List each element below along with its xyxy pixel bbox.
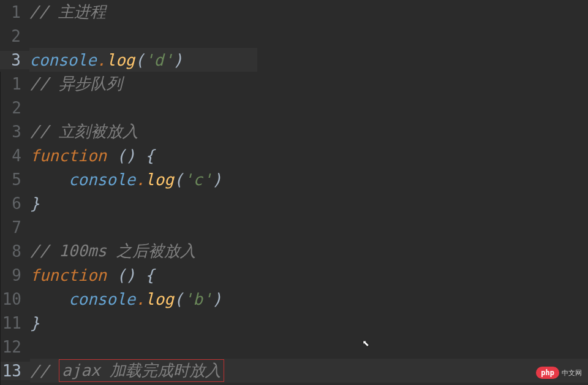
token: . [135, 290, 145, 308]
code-line[interactable]: 11} [1, 311, 588, 335]
code-content[interactable] [30, 96, 588, 120]
line-number: 2 [0, 27, 29, 45]
code-line[interactable]: 13// ajax 加载完成时放入 [1, 359, 588, 383]
line-number: 4 [1, 147, 30, 165]
code-line[interactable]: 6} [1, 191, 588, 215]
token: // 立刻被放入 [30, 121, 138, 142]
code-content[interactable]: console.log('d') [29, 48, 257, 72]
line-number: 11 [1, 314, 30, 332]
line-number: 7 [1, 218, 30, 237]
token: . [135, 170, 145, 189]
token: () { [116, 147, 155, 165]
token: console [29, 51, 97, 69]
token: 'c' [183, 170, 212, 189]
token: // 主进程 [29, 1, 106, 23]
watermark: php 中文网 [536, 367, 582, 379]
code-line[interactable]: 12 [1, 335, 588, 359]
code-content[interactable]: function () { [30, 263, 588, 287]
token: ( [174, 170, 184, 189]
token: // [30, 362, 59, 380]
token: 'b' [183, 290, 212, 308]
code-line[interactable]: 3console.log('d') [0, 48, 257, 72]
code-content[interactable] [30, 335, 588, 359]
code-content[interactable]: // ajax 加载完成时放入 [30, 359, 588, 383]
left-pane[interactable]: 1// 主进程23console.log('d') [0, 0, 257, 72]
token: ) [173, 51, 183, 69]
token: function [30, 147, 116, 165]
line-number: 1 [0, 3, 29, 21]
editor-container: 1// 主进程23console.log('d') 1// 异步队列23// 立… [0, 0, 588, 385]
code-content[interactable]: // 立刻被放入 [30, 120, 588, 143]
token: log [106, 51, 135, 69]
code-line[interactable]: 9function () { [1, 263, 588, 287]
code-line[interactable]: 14function () { [1, 383, 588, 385]
line-number: 2 [1, 99, 30, 117]
code-content[interactable]: } [30, 191, 588, 215]
token: log [145, 290, 174, 308]
code-line[interactable]: 4function () { [1, 143, 588, 167]
token: console [69, 290, 136, 308]
code-line[interactable]: 3// 立刻被放入 [1, 120, 588, 143]
line-number: 5 [1, 170, 30, 189]
token: ( [135, 51, 145, 69]
code-content[interactable]: console.log('b') [30, 287, 588, 311]
token [30, 170, 69, 189]
line-number: 3 [0, 51, 29, 69]
token [30, 290, 69, 308]
code-line[interactable]: 7 [1, 215, 588, 239]
code-content[interactable]: } [30, 311, 588, 335]
line-number: 8 [1, 242, 30, 261]
line-number: 10 [1, 290, 30, 308]
token: . [97, 51, 107, 69]
code-content[interactable]: console.log('c') [30, 167, 588, 191]
line-number: 3 [1, 123, 30, 141]
token: ) [212, 290, 222, 308]
line-number: 6 [1, 194, 30, 213]
code-line[interactable]: 1// 异步队列 [1, 72, 588, 96]
right-pane[interactable]: 1// 异步队列23// 立刻被放入4function () {5 consol… [0, 72, 588, 385]
code-content[interactable]: // 异步队列 [30, 72, 588, 96]
watermark-badge: php [536, 367, 559, 379]
code-line[interactable]: 5 console.log('c') [1, 167, 588, 191]
code-line[interactable]: 2 [1, 96, 588, 120]
token: ajax 加载完成时放入 [59, 359, 224, 382]
code-content[interactable]: function () { [30, 383, 588, 385]
token: } [30, 314, 40, 332]
token: // 100ms 之后被放入 [30, 240, 196, 262]
code-content[interactable] [29, 24, 257, 48]
token: () { [116, 266, 155, 284]
code-line[interactable]: 2 [0, 24, 257, 48]
code-content[interactable] [30, 215, 588, 239]
code-content[interactable]: // 100ms 之后被放入 [30, 239, 588, 263]
watermark-text: 中文网 [562, 368, 582, 378]
token: console [69, 170, 136, 189]
code-line[interactable]: 1// 主进程 [0, 0, 257, 24]
code-line[interactable]: 8// 100ms 之后被放入 [1, 239, 588, 263]
line-number: 12 [1, 338, 30, 356]
code-line[interactable]: 10 console.log('b') [1, 287, 588, 311]
line-number: 13 [1, 362, 30, 380]
token: log [145, 170, 174, 189]
token: ) [212, 170, 222, 189]
token: function [30, 266, 116, 284]
token: 'd' [145, 51, 173, 69]
mouse-cursor-icon: ⬉ [362, 337, 369, 349]
token: ( [174, 290, 184, 308]
code-content[interactable]: // 主进程 [29, 0, 257, 24]
line-number: 1 [1, 75, 30, 93]
line-number: 9 [1, 266, 30, 284]
code-content[interactable]: function () { [30, 143, 588, 167]
token: // 异步队列 [30, 73, 123, 94]
token: } [30, 194, 40, 213]
